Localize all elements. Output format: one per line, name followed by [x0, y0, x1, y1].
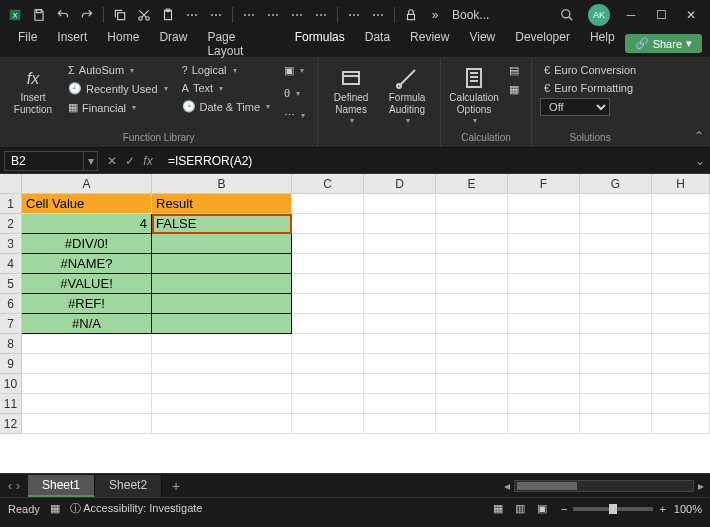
cell[interactable] [292, 234, 364, 254]
cell[interactable] [436, 394, 508, 414]
cell[interactable] [364, 374, 436, 394]
more-functions-button[interactable]: ⋯ [280, 107, 309, 124]
tab-help[interactable]: Help [580, 26, 625, 62]
qat-icon[interactable]: ⋯ [181, 4, 203, 26]
cell[interactable] [292, 354, 364, 374]
cell[interactable] [508, 274, 580, 294]
page-break-view-icon[interactable]: ▣ [531, 500, 553, 518]
close-icon[interactable]: ✕ [676, 0, 706, 30]
cell[interactable]: FALSE [152, 214, 292, 234]
cell[interactable] [508, 194, 580, 214]
row-header[interactable]: 4 [0, 254, 22, 274]
cell[interactable] [508, 254, 580, 274]
cell[interactable]: #DIV/0! [22, 234, 152, 254]
cell[interactable] [292, 194, 364, 214]
name-box[interactable]: B2 [4, 151, 84, 171]
cell[interactable] [436, 294, 508, 314]
more-functions-button[interactable]: ▣ [280, 62, 309, 79]
name-box-dropdown[interactable]: ▾ [84, 151, 98, 171]
autosum-button[interactable]: ΣAutoSum [64, 62, 172, 78]
column-header[interactable]: A [22, 174, 152, 194]
row-header[interactable]: 8 [0, 334, 22, 354]
cell[interactable] [508, 334, 580, 354]
row-header[interactable]: 9 [0, 354, 22, 374]
cell[interactable] [152, 334, 292, 354]
cell[interactable] [436, 214, 508, 234]
calculation-options-button[interactable]: CalculationOptions [449, 62, 499, 130]
tab-insert[interactable]: Insert [47, 26, 97, 62]
cell[interactable] [580, 314, 652, 334]
paste-icon[interactable] [157, 4, 179, 26]
cell[interactable] [292, 374, 364, 394]
normal-view-icon[interactable]: ▦ [487, 500, 509, 518]
cell[interactable]: 4 [22, 214, 152, 234]
cell[interactable] [508, 234, 580, 254]
cell[interactable]: Result [152, 194, 292, 214]
cell[interactable] [652, 194, 710, 214]
row-header[interactable]: 6 [0, 294, 22, 314]
tab-home[interactable]: Home [97, 26, 149, 62]
euro-formatting-button[interactable]: €Euro Formatting [540, 80, 640, 96]
cell[interactable] [652, 214, 710, 234]
row-header[interactable]: 7 [0, 314, 22, 334]
cell[interactable] [364, 274, 436, 294]
cell[interactable] [580, 194, 652, 214]
cell[interactable] [22, 394, 152, 414]
zoom-level[interactable]: 100% [674, 503, 702, 515]
cell[interactable] [436, 314, 508, 334]
cell[interactable] [152, 254, 292, 274]
qat-icon[interactable]: ⋯ [367, 4, 389, 26]
cell[interactable]: Cell Value [22, 194, 152, 214]
scroll-right-icon[interactable]: ▸ [698, 479, 704, 493]
qat-icon[interactable]: ⋯ [286, 4, 308, 26]
euro-conversion-button[interactable]: €Euro Conversion [540, 62, 640, 78]
tab-review[interactable]: Review [400, 26, 459, 62]
cell[interactable] [580, 414, 652, 434]
redo-icon[interactable] [76, 4, 98, 26]
cell[interactable] [580, 394, 652, 414]
tab-page-layout[interactable]: Page Layout [197, 26, 284, 62]
qat-icon[interactable]: ⋯ [343, 4, 365, 26]
cell[interactable] [508, 374, 580, 394]
row-header[interactable]: 11 [0, 394, 22, 414]
column-header[interactable]: B [152, 174, 292, 194]
cell[interactable] [652, 234, 710, 254]
zoom-in-icon[interactable]: + [659, 503, 665, 515]
cell[interactable] [364, 254, 436, 274]
add-sheet-button[interactable]: + [162, 478, 190, 494]
column-header[interactable]: C [292, 174, 364, 194]
column-header[interactable]: E [436, 174, 508, 194]
cell[interactable] [508, 314, 580, 334]
spreadsheet-grid[interactable]: ABCDEFGH 123456789101112 Cell ValueResul… [0, 174, 710, 473]
sheet-tab[interactable]: Sheet2 [95, 475, 162, 497]
cell[interactable] [364, 314, 436, 334]
tab-developer[interactable]: Developer [505, 26, 580, 62]
cell[interactable] [580, 354, 652, 374]
cut-icon[interactable] [133, 4, 155, 26]
cell[interactable] [580, 214, 652, 234]
enter-formula-icon[interactable]: ✓ [122, 154, 138, 168]
cell[interactable] [652, 274, 710, 294]
cell[interactable] [152, 354, 292, 374]
maximize-icon[interactable]: ☐ [646, 0, 676, 30]
qat-icon[interactable]: ⋯ [205, 4, 227, 26]
cell[interactable] [152, 314, 292, 334]
row-header[interactable]: 12 [0, 414, 22, 434]
cell[interactable] [152, 414, 292, 434]
row-header[interactable]: 3 [0, 234, 22, 254]
cell[interactable] [292, 314, 364, 334]
cell[interactable] [436, 254, 508, 274]
expand-formula-bar-icon[interactable]: ⌄ [690, 154, 710, 168]
cell[interactable] [364, 294, 436, 314]
document-title[interactable]: Book... [452, 8, 489, 22]
column-header[interactable]: G [580, 174, 652, 194]
cell[interactable] [292, 214, 364, 234]
cell[interactable] [364, 394, 436, 414]
financial-button[interactable]: ▦Financial [64, 99, 172, 116]
cell[interactable] [508, 354, 580, 374]
column-header[interactable]: F [508, 174, 580, 194]
zoom-out-icon[interactable]: − [561, 503, 567, 515]
cell[interactable] [508, 414, 580, 434]
cell[interactable] [652, 414, 710, 434]
cell[interactable] [580, 234, 652, 254]
